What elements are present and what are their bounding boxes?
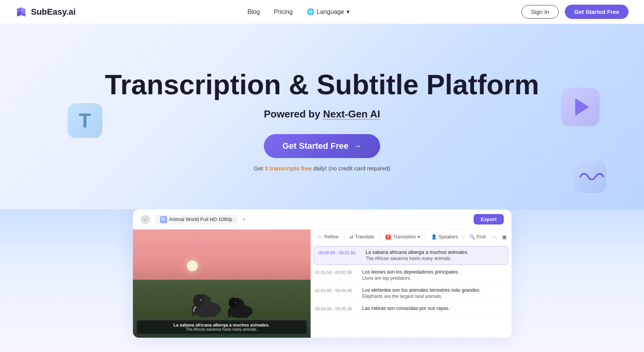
topbar-nav: ‹ — [141, 215, 150, 224]
get-started-nav-button[interactable]: Get Started Free — [565, 5, 629, 19]
subtitle-highlight: Next-Gen AI — [323, 108, 380, 120]
hero-section: T Transcripti — [0, 24, 644, 209]
subtitle-bar: La sabana africana alberga a muchos anim… — [137, 320, 307, 334]
speakers-icon: 👤 — [431, 234, 437, 240]
translate-button[interactable]: ⇄ Translate — [347, 233, 377, 241]
transcript-text: Las cebras son conocidas por sus rayas. — [362, 306, 507, 312]
reflow-icon: ↔ — [318, 234, 323, 240]
transcript-original: Las cebras son conocidas por sus rayas. — [362, 306, 507, 311]
transcript-time: 04:04.00 - 00:05.30 — [315, 306, 358, 311]
back-button[interactable]: ‹ — [141, 215, 150, 224]
get-started-hero-button[interactable]: Get Started Free → — [264, 134, 380, 158]
sun — [187, 260, 198, 271]
product-topbar: ‹ S Animal World Full HD 1080p + Export — [133, 209, 511, 230]
transcript-translated: Lions are top predators. — [362, 275, 507, 281]
svg-rect-11 — [209, 308, 212, 317]
logo-text: SubEasy.ai — [31, 7, 76, 17]
hero-subtitle: Powered by Next-Gen AI — [264, 108, 380, 120]
svg-text:T: T — [79, 109, 91, 132]
cta-arrow-icon: → — [353, 141, 362, 151]
transcript-original: La sabana africana alberga a muchos anim… — [366, 250, 503, 255]
tab-icon: S — [160, 216, 167, 223]
export-button[interactable]: Export — [474, 214, 503, 224]
svg-rect-9 — [199, 308, 202, 317]
transcript-text: La sabana africana alberga a muchos anim… — [366, 250, 503, 261]
toolbar-divider-3 — [425, 233, 426, 241]
svg-rect-4 — [574, 160, 606, 193]
transcript-row[interactable]: 02:02.80 - 00:04.00 Los elefantes son lo… — [311, 284, 511, 303]
logo-icon — [15, 6, 28, 18]
transcript-row[interactable]: 00:00.00 - 00:01.50 La sabana africana a… — [314, 246, 508, 265]
note-highlight: 3 transcripts free — [265, 165, 312, 172]
globe-icon: 🌐 — [307, 8, 314, 15]
nav-language[interactable]: 🌐 Language ▾ — [307, 8, 350, 15]
svg-point-22 — [235, 302, 236, 303]
svg-point-14 — [200, 299, 202, 301]
float-icon-right — [559, 86, 602, 128]
signin-button[interactable]: Sign In — [522, 5, 559, 19]
note-prefix: Get — [254, 165, 265, 172]
find-button[interactable]: 🔍 Find — [466, 233, 489, 241]
transcript-toolbar: ↔ Reflow ⇄ Translate T Translation ▾ — [311, 230, 511, 245]
hero-note: Get 3 transcripts free daily! (no credit… — [254, 165, 391, 172]
transcript-text: Los leones son los depredadores principa… — [362, 269, 507, 281]
svg-point-21 — [229, 298, 238, 308]
chevron-down-icon: ▾ — [347, 8, 350, 15]
svg-rect-17 — [233, 309, 235, 318]
svg-rect-12 — [213, 309, 216, 317]
svg-rect-10 — [204, 309, 207, 318]
transcript-time: 00:00.00 - 00:01.50 — [319, 250, 361, 255]
video-panel: La sabana africana alberga a muchos anim… — [133, 230, 311, 338]
speakers-button[interactable]: 👤 Speakers — [428, 233, 461, 241]
toolbar-divider-2 — [380, 233, 380, 241]
subtitle-prefix: Powered by — [264, 108, 323, 120]
speakers-label: Speakers — [438, 234, 458, 240]
toolbar-divider-1 — [344, 233, 344, 241]
transcript-text: Los elefantes son los animales terrestre… — [362, 287, 507, 299]
reflow-button[interactable]: ↔ Reflow — [315, 233, 342, 241]
nav-blog[interactable]: Blog — [248, 9, 260, 15]
translation-chevron-icon: ▾ — [418, 234, 420, 240]
find-icon: 🔍 — [469, 234, 475, 240]
more-options-icon[interactable]: ⋯ — [491, 233, 497, 241]
svg-rect-19 — [242, 310, 245, 318]
navbar: SubEasy.ai Blog Pricing 🌐 Language ▾ Sig… — [0, 0, 644, 24]
elephants-silhouette — [179, 281, 264, 319]
logo[interactable]: SubEasy.ai — [15, 6, 76, 18]
product-section: ‹ S Animal World Full HD 1080p + Export — [0, 209, 644, 352]
transcript-row[interactable]: 01:01.50 - 00:02.80 Los leones son los d… — [311, 266, 511, 284]
transcript-list: 00:00.00 - 00:01.50 La sabana africana a… — [311, 245, 511, 338]
tab-label: Animal World Full HD 1080p — [169, 216, 233, 222]
nav-actions: Sign In Get Started Free — [522, 5, 629, 19]
tab-plus[interactable]: + — [242, 216, 246, 223]
screen-icon[interactable]: ▣ — [502, 234, 507, 240]
toolbar-divider-4 — [464, 233, 464, 241]
translate-icon: ⇄ — [350, 234, 353, 240]
video-bg: La sabana africana alberga a muchos anim… — [133, 230, 311, 338]
hero-title: Transcription & Subtitle Platform — [105, 70, 539, 100]
transcript-panel: ↔ Reflow ⇄ Translate T Translation ▾ — [311, 230, 511, 338]
subtitle-line1: La sabana africana alberga a muchos anim… — [141, 323, 303, 327]
find-label: Find — [477, 234, 486, 240]
translation-badge: T — [386, 235, 391, 240]
svg-point-13 — [193, 294, 204, 307]
translation-label: Translation — [393, 234, 416, 240]
product-tab[interactable]: S Animal World Full HD 1080p — [155, 214, 238, 224]
nav-pricing[interactable]: Pricing — [274, 9, 293, 15]
transcript-row[interactable]: 04:04.00 - 00:05.30 Las cebras son conoc… — [311, 303, 511, 315]
product-frame: ‹ S Animal World Full HD 1080p + Export — [133, 209, 511, 338]
product-body: La sabana africana alberga a muchos anim… — [133, 230, 511, 338]
transcript-translated: Elephants are the largest land animals. — [362, 294, 507, 299]
transcript-translated: The African savanna hosts many animals. — [366, 256, 503, 261]
transcript-time: 01:01.50 - 00:02.80 — [315, 269, 358, 275]
nav-links: Blog Pricing 🌐 Language ▾ — [248, 8, 350, 15]
transcript-original: Los leones son los depredadores principa… — [362, 269, 507, 275]
float-icon-left: T — [66, 101, 104, 140]
note-suffix: daily! (no credit card required) — [312, 165, 390, 172]
subtitle-line2: The African savanna hosts many animals. — [141, 327, 303, 332]
svg-text:S: S — [162, 218, 164, 221]
translation-button[interactable]: T Translation ▾ — [382, 233, 423, 241]
svg-rect-18 — [237, 310, 240, 318]
reflow-label: Reflow — [325, 234, 339, 240]
language-label: Language — [317, 9, 344, 15]
